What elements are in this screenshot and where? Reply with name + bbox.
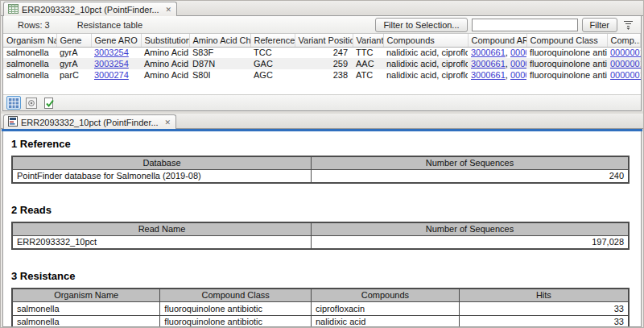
table-row: ERR2093332_10pct 197,028 (12, 235, 629, 249)
close-icon[interactable]: ✕ (165, 118, 171, 127)
table-row[interactable]: salmonella parC 3000274 Amino Acid S80I … (3, 69, 641, 81)
col-variant-position[interactable]: Variant Position (295, 34, 353, 47)
cell-variant-position: 259 (295, 58, 353, 69)
table-row[interactable]: salmonella gyrA 3003254 Amino Acid S83F … (3, 47, 641, 58)
cell-aa-change: D87N (189, 58, 250, 69)
compound-aro-link[interactable]: 3000661 (471, 70, 506, 80)
reads-sequences-value: 197,028 (312, 235, 630, 249)
tab-title: ERR2093332_10pct (PointFinder... (21, 118, 159, 127)
table-empty-area (3, 81, 641, 94)
reference-col-database: Database (12, 156, 312, 169)
cell-compounds: nalidixic acid, ciprofloxacin (383, 58, 468, 69)
table-header-row: Organism Name Gene Gene ARO Substitution… (3, 34, 641, 47)
table-view-icon[interactable] (6, 96, 21, 110)
comp-link[interactable]: 0000001 (610, 59, 641, 69)
col-organism-name[interactable]: Organism Name (3, 34, 56, 47)
application-window: ERR2093332_10pct (PointFinder... ✕ Rows:… (0, 0, 644, 328)
cell-aa-change: S80I (189, 69, 250, 81)
compound-aro-link[interactable]: 0000036 (510, 48, 526, 57)
cell-compounds: nalidixic acid, ciprofloxacin (383, 47, 468, 58)
filter-input[interactable] (472, 19, 578, 31)
resistance-compound-value: nalidixic acid (311, 315, 459, 327)
section-heading-resistance: 3 Resistance (11, 270, 630, 282)
advanced-filter-icon[interactable] (621, 19, 634, 31)
reads-col-read-name: Read Name (12, 222, 312, 235)
cell-variant-position: 238 (295, 69, 353, 81)
col-gene[interactable]: Gene (56, 34, 91, 47)
reads-name-value: ERR2093332_10pct (12, 235, 312, 249)
reads-col-num-sequences: Number of Sequences (312, 222, 630, 235)
filter-button[interactable]: Filter (582, 18, 617, 32)
col-compounds[interactable]: Compounds (383, 34, 468, 47)
cell-reference: AGC (250, 69, 295, 81)
table-row: salmonella fluoroquinolone antibiotic na… (12, 315, 629, 327)
reference-table: Database Number of Sequences PointFinder… (11, 156, 630, 184)
reference-col-num-sequences: Number of Sequences (312, 156, 630, 169)
rows-count-label: Rows: 3 (18, 20, 50, 30)
resistance-hits-value: 33 (459, 301, 629, 315)
col-compound-class[interactable]: Compound Class (526, 34, 607, 47)
section-heading-reference: 1 Reference (11, 138, 630, 150)
section-heading-reads: 2 Reads (11, 204, 630, 216)
cell-compound-class: fluoroquinolone antibiotic (526, 47, 607, 58)
cell-compound-class: fluoroquinolone antibiotic (526, 69, 607, 81)
comp-link[interactable]: 0000001 (610, 48, 641, 57)
col-variant[interactable]: Variant (353, 34, 383, 47)
resistance-organism-value: salmonella (12, 301, 160, 315)
tab-pointfinder-report[interactable]: ERR2093332_10pct (PointFinder... ✕ (3, 114, 176, 129)
cell-variant: TTC (353, 47, 383, 58)
cell-substitution: Amino Acid (141, 69, 189, 81)
col-gene-aro[interactable]: Gene ARO (91, 34, 141, 47)
table-icon (8, 4, 19, 15)
resistance-col-organism: Organism Name (12, 289, 160, 301)
gene-aro-link[interactable]: 3003254 (94, 59, 129, 69)
cell-gene: gyrA (56, 47, 91, 58)
reads-table: Read Name Number of Sequences ERR2093332… (11, 222, 630, 250)
cell-organism: salmonella (3, 47, 56, 58)
col-compound-aros[interactable]: Compound AROs (468, 34, 526, 47)
cell-variant: AAC (353, 58, 383, 69)
cell-gene: parC (56, 69, 91, 81)
resistance-class-value: fluoroquinolone antibiotic (160, 301, 312, 315)
side-panel-settings-icon[interactable] (24, 96, 39, 110)
resistance-col-compound-class: Compound Class (160, 289, 312, 301)
cell-substitution: Amino Acid (141, 47, 189, 58)
cell-reference: TCC (250, 47, 295, 58)
view-mode-bar (3, 94, 641, 110)
cell-substitution: Amino Acid (141, 58, 189, 69)
report-icon (8, 116, 18, 128)
tab-resistance-table[interactable]: ERR2093332_10pct (PointFinder... ✕ (3, 2, 177, 16)
resistance-table-panel: Rows: 3 Resistance table Filter to Selec… (2, 16, 642, 111)
close-icon[interactable]: ✕ (166, 6, 172, 14)
compound-aro-link[interactable]: 3000661 (471, 48, 506, 57)
col-comp-truncated[interactable]: Comp... (607, 34, 641, 47)
report-panel: 1 Reference Database Number of Sequences… (2, 131, 642, 327)
cell-reference: GAC (250, 58, 295, 69)
reference-sequences-value: 240 (312, 169, 630, 183)
cell-organism: salmonella (3, 69, 56, 81)
col-reference[interactable]: Reference (250, 34, 295, 47)
compound-aro-link[interactable]: 0000036 (510, 70, 526, 80)
filter-to-selection-button[interactable]: Filter to Selection... (375, 18, 467, 32)
compound-aro-link[interactable]: 0000036 (510, 59, 526, 69)
bottom-tab-bar: ERR2093332_10pct (PointFinder... ✕ (1, 114, 643, 129)
resistance-data-table: Organism Name Gene Gene ARO Substitution… (3, 34, 641, 81)
col-substitution[interactable]: Substitution (141, 34, 189, 47)
resistance-class-value: fluoroquinolone antibiotic (160, 315, 312, 327)
table-row[interactable]: salmonella gyrA 3003254 Amino Acid D87N … (3, 58, 641, 69)
report-check-icon[interactable] (42, 96, 56, 110)
table-toolbar: Rows: 3 Resistance table Filter to Selec… (3, 16, 641, 34)
table-title-label: Resistance table (77, 20, 142, 30)
resistance-summary-table: Organism Name Compound Class Compounds H… (11, 288, 630, 327)
cell-compounds: nalidixic acid, ciprofloxacin (383, 69, 468, 81)
col-amino-acid-change[interactable]: Amino Acid Change (189, 34, 250, 47)
tab-title: ERR2093332_10pct (PointFinder... (22, 5, 159, 15)
compound-aro-link[interactable]: 3000661 (471, 59, 506, 69)
resistance-organism-value: salmonella (12, 315, 160, 327)
cell-organism: salmonella (3, 58, 56, 69)
table-row: salmonella fluoroquinolone antibiotic ci… (12, 301, 629, 315)
gene-aro-link[interactable]: 3003254 (94, 48, 129, 57)
comp-link[interactable]: 0000001 (610, 70, 641, 80)
cell-aa-change: S83F (189, 47, 250, 58)
gene-aro-link[interactable]: 3000274 (94, 70, 129, 80)
